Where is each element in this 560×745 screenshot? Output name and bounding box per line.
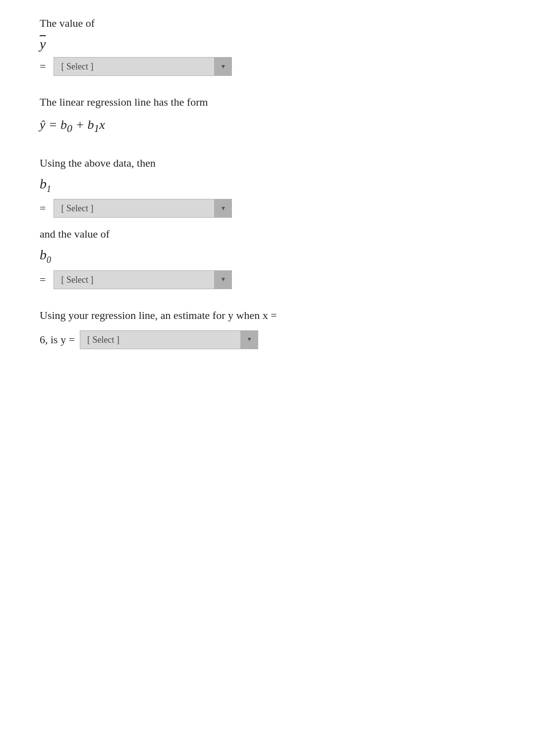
ybar-equals: = (40, 60, 46, 73)
b1-select[interactable]: [ Select ] (54, 199, 232, 218)
ybar-select-row: = [ Select ] (40, 57, 520, 76)
estimate-select-wrapper: [ Select ] (80, 330, 258, 349)
ybar-select[interactable]: [ Select ] (54, 57, 232, 76)
regression-formula: ŷ = b0 + b1x (40, 115, 520, 137)
section-estimate: Using your regression line, an estimate … (40, 307, 520, 349)
the-value-of-label: The value of (40, 15, 520, 31)
estimate-select-row: 6, is y = [ Select ] (40, 330, 520, 349)
ybar-symbol: y (40, 36, 520, 52)
ybar-select-wrapper: [ Select ] (54, 57, 232, 76)
page-container: The value of y = [ Select ] The linear r… (0, 0, 560, 745)
section-value-of-ybar: The value of y = [ Select ] (40, 15, 520, 76)
section-linear-regression: The linear regression line has the form … (40, 94, 520, 137)
b0-equals: = (40, 273, 46, 286)
estimate-text-label: Using your regression line, an estimate … (40, 307, 520, 323)
using-above-data-label: Using the above data, then (40, 155, 520, 171)
b1-select-row: = [ Select ] (40, 199, 520, 218)
estimate-select[interactable]: [ Select ] (80, 330, 258, 349)
and-value-of-label: and the value of (40, 226, 520, 242)
b1-symbol: b1 (40, 176, 520, 194)
estimate-6-is-y-label: 6, is y = (40, 333, 75, 346)
b1-select-wrapper: [ Select ] (54, 199, 232, 218)
b0-symbol: b0 (40, 247, 520, 265)
b1-equals: = (40, 202, 46, 215)
linear-regression-label: The linear regression line has the form (40, 94, 520, 110)
b0-select-row: = [ Select ] (40, 270, 520, 289)
section-using-data: Using the above data, then b1 = [ Select… (40, 155, 520, 289)
b0-select[interactable]: [ Select ] (54, 270, 232, 289)
b0-select-wrapper: [ Select ] (54, 270, 232, 289)
